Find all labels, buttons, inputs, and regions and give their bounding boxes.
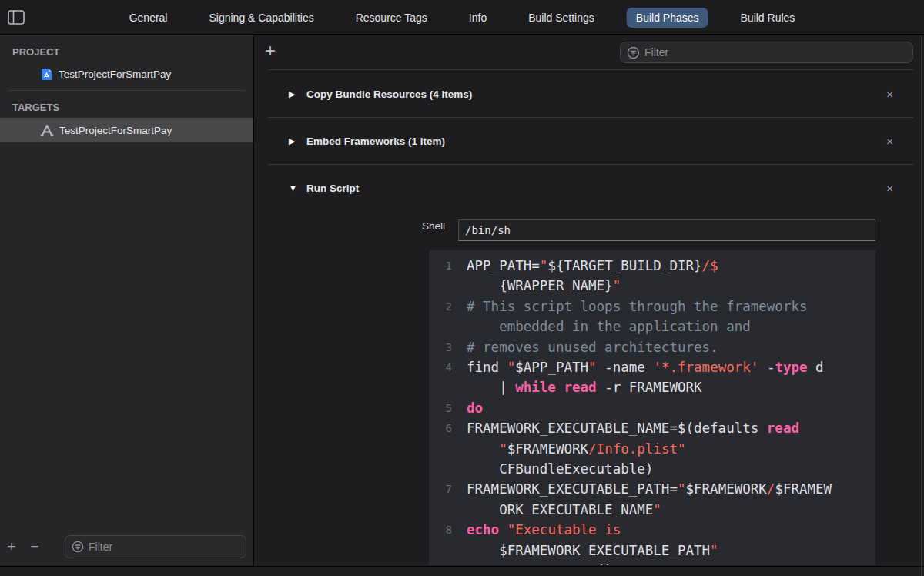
phase-title: Copy Bundle Resources (4 items) <box>306 89 472 100</box>
line-number: 6 <box>429 418 452 438</box>
code-row: {WRAPPER_NAME}" <box>429 276 875 296</box>
shell-path-value: /bin/sh <box>459 224 511 236</box>
sidebar-item-target[interactable]: TestProjectForSmartPay <box>0 118 253 142</box>
script-editor[interactable]: 1APP_PATH="${TARGET_BUILD_DIR}/$ {WRAPPE… <box>429 250 875 565</box>
tab-strip: GeneralSigning & CapabilitiesResource Ta… <box>120 0 805 35</box>
build-phase-list: ▶Copy Bundle Resources (4 items)×▶Embed … <box>255 71 924 211</box>
code-text: embedded in the application and <box>467 316 751 337</box>
sidebar-filter-input[interactable]: Filter <box>65 535 246 558</box>
disclosure-collapsed-icon[interactable]: ▶ <box>289 89 298 99</box>
code-text: APP_PATH="${TARGET_BUILD_DIR}/$ <box>467 256 718 276</box>
add-target-button[interactable]: + <box>0 538 23 555</box>
project-section-header: PROJECT <box>0 35 253 62</box>
filter-placeholder: Filter <box>644 46 668 59</box>
tab-info[interactable]: Info <box>460 8 496 28</box>
editor-tab-bar: GeneralSigning & CapabilitiesResource Ta… <box>0 0 924 35</box>
line-number: 4 <box>429 357 452 377</box>
remove-phase-button[interactable]: × <box>886 135 893 148</box>
line-number: 5 <box>429 398 452 418</box>
code-row: $FRAMEWORK_EXECUTABLE_PATH" <box>429 541 875 561</box>
line-number: 2 <box>429 296 452 316</box>
phase-title: Embed Frameworks (1 item) <box>306 136 445 147</box>
code-text: echo "Executable is <box>467 520 621 540</box>
remove-phase-button[interactable]: × <box>886 182 893 195</box>
line-number <box>429 276 452 296</box>
code-row: CFBundleExecutable) <box>429 459 875 479</box>
remove-target-button[interactable]: − <box>23 538 46 555</box>
shell-path-input[interactable]: /bin/sh <box>458 219 875 241</box>
code-text: find "$APP_PATH" -name '*.framework' -ty… <box>467 357 824 377</box>
line-number <box>429 377 452 397</box>
code-text: FRAMEWORK_EXECUTABLE_NAME=$(defaults rea… <box>467 418 799 438</box>
code-row: 1APP_PATH="${TARGET_BUILD_DIR}/$ <box>429 256 875 276</box>
target-app-icon <box>40 124 54 136</box>
xcode-window: GeneralSigning & CapabilitiesResource Ta… <box>0 0 924 576</box>
phase-row-embed-frameworks-1-item[interactable]: ▶Embed Frameworks (1 item)× <box>255 118 924 164</box>
tab-build-phases[interactable]: Build Phases <box>627 8 708 28</box>
line-number: 3 <box>429 337 452 357</box>
code-row: 4find "$APP_PATH" -name '*.framework' -t… <box>429 357 875 377</box>
code-row: 3# removes unused architectures. <box>429 337 875 357</box>
line-number <box>429 459 452 479</box>
line-number <box>429 316 452 337</box>
shell-label: Shell <box>255 220 445 232</box>
project-navigator-sidebar: PROJECT TestProjectForSmartPay TARGETS <box>0 35 254 565</box>
tab-build-settings[interactable]: Build Settings <box>519 8 604 28</box>
code-row: 2# This script loops through the framewo… <box>429 296 875 316</box>
sidebar-bottom-bar: + − Filter <box>0 530 254 564</box>
code-row: 8echo "Executable is <box>429 520 875 540</box>
code-text: EXTRACTED_ARCHS=() <box>467 561 613 565</box>
phase-row-run-script[interactable]: ▼Run Script× <box>255 165 924 211</box>
line-number <box>429 500 452 520</box>
line-number: 1 <box>429 256 452 276</box>
tab-signing-capabilities[interactable]: Signing & Capabilities <box>199 8 323 28</box>
code-text: FRAMEWORK_EXECUTABLE_PATH="$FRAMEWORK/$F… <box>467 479 832 499</box>
tab-build-rules[interactable]: Build Rules <box>732 8 805 28</box>
code-row: | while read -r FRAMEWORK <box>429 377 875 397</box>
phase-row-copy-bundle-resources-4-items[interactable]: ▶Copy Bundle Resources (4 items)× <box>255 71 924 117</box>
line-number: 7 <box>429 479 452 499</box>
code-text: "$FRAMEWORK/Info.plist" <box>467 439 686 459</box>
code-row: 7FRAMEWORK_EXECUTABLE_PATH="$FRAMEWORK/$… <box>429 479 875 499</box>
divider <box>268 69 913 70</box>
tab-general[interactable]: General <box>120 8 177 28</box>
scrollbar-track[interactable] <box>921 35 922 576</box>
code-text: # removes unused architectures. <box>467 337 718 357</box>
phases-filter-input[interactable]: Filter <box>620 42 913 63</box>
code-text: do <box>467 398 483 418</box>
targets-section-header: TARGETS <box>0 91 253 118</box>
project-file-icon <box>40 68 53 81</box>
build-phases-editor: + Filter ▶Copy Bundle Resources (4 items… <box>255 35 924 565</box>
code-row: ORK_EXECUTABLE_NAME" <box>429 500 875 520</box>
line-number <box>429 439 452 459</box>
toggle-navigator-icon[interactable] <box>8 10 25 25</box>
code-text: ORK_EXECUTABLE_NAME" <box>467 500 661 520</box>
tab-resource-tags[interactable]: Resource Tags <box>346 8 437 28</box>
code-text: CFBundleExecutable) <box>467 459 653 479</box>
code-row: "$FRAMEWORK/Info.plist" <box>429 439 875 459</box>
filter-icon <box>627 46 640 59</box>
disclosure-collapsed-icon[interactable]: ▶ <box>289 136 298 146</box>
sidebar-item-label: TestProjectForSmartPay <box>59 125 172 136</box>
code-text: # This script loops through the framewor… <box>467 296 808 316</box>
filter-icon <box>72 541 84 553</box>
sidebar-item-label: TestProjectForSmartPay <box>59 69 171 80</box>
code-text: | while read -r FRAMEWORK <box>467 377 702 397</box>
phase-title: Run Script <box>306 183 359 194</box>
window-bottom-bar <box>0 566 924 576</box>
code-row: 6FRAMEWORK_EXECUTABLE_NAME=$(defaults re… <box>429 418 875 438</box>
code-text: {WRAPPER_NAME}" <box>467 276 621 296</box>
sidebar-item-project[interactable]: TestProjectForSmartPay <box>0 62 253 85</box>
line-number: 8 <box>429 520 452 540</box>
line-number: 9 <box>429 561 452 565</box>
code-row: embedded in the application and <box>429 316 875 337</box>
code-text: $FRAMEWORK_EXECUTABLE_PATH" <box>467 541 718 561</box>
code-row: 9EXTRACTED_ARCHS=() <box>429 561 875 565</box>
filter-placeholder: Filter <box>89 541 112 553</box>
disclosure-expanded-icon[interactable]: ▼ <box>289 183 298 193</box>
line-number <box>429 541 452 561</box>
code-row: 5do <box>429 398 875 418</box>
add-build-phase-button[interactable]: + <box>265 40 276 62</box>
remove-phase-button[interactable]: × <box>886 88 893 101</box>
